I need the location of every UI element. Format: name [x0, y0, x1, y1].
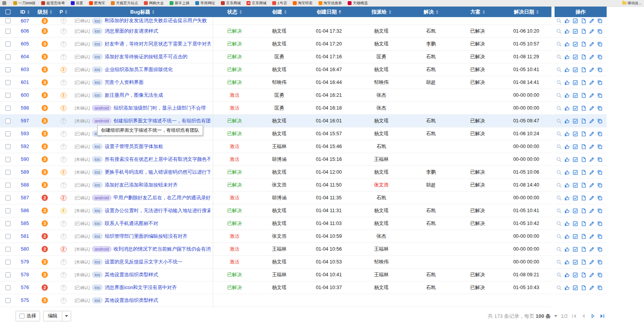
header-title[interactable]: Bug标题: [72, 7, 213, 17]
confirm-icon[interactable]: [564, 144, 570, 150]
edit-button[interactable]: 编辑: [43, 311, 71, 321]
search-icon[interactable]: [556, 259, 562, 265]
resolve-icon[interactable]: [572, 221, 578, 227]
bug-id-link[interactable]: 598: [21, 105, 29, 111]
bug-id-link[interactable]: 607: [21, 18, 29, 24]
bookmark-item[interactable]: 京东商城: [221, 1, 241, 6]
bug-title-link[interactable]: 所有搜索没有在状态栏上居中还有取消文字颜色不对: [105, 156, 210, 163]
edit-icon[interactable]: [589, 208, 595, 214]
confirm-icon[interactable]: [564, 221, 570, 227]
bug-id-link[interactable]: 606: [21, 28, 29, 34]
bug-title-link[interactable]: 添加好友已添加和添加按钮未对齐: [105, 182, 178, 188]
edit-icon[interactable]: [589, 67, 595, 73]
confirm-icon[interactable]: [564, 18, 570, 24]
close-icon[interactable]: [581, 182, 586, 188]
search-icon[interactable]: [556, 92, 562, 98]
header-priority[interactable]: P: [55, 7, 72, 17]
bug-id-link[interactable]: 581: [21, 234, 29, 239]
bookmark-item[interactable]: JD 京东商城: [247, 1, 266, 6]
bug-title-link[interactable]: 企业组织添加员工界面排版优化: [105, 66, 173, 73]
copy-icon[interactable]: [597, 144, 603, 150]
close-icon[interactable]: [581, 18, 586, 24]
search-icon[interactable]: [556, 67, 562, 73]
close-icon[interactable]: [581, 169, 586, 175]
close-icon[interactable]: [581, 54, 586, 60]
edit-icon[interactable]: [589, 80, 595, 85]
copy-icon[interactable]: [597, 92, 603, 98]
search-icon[interactable]: [556, 221, 562, 227]
confirm-icon[interactable]: [564, 157, 570, 162]
copy-icon[interactable]: [597, 221, 603, 227]
bug-title-link[interactable]: 设置子管理员页面字体加粗: [105, 143, 163, 150]
bookmark-item[interactable]: 新手上路: [170, 1, 189, 6]
close-icon[interactable]: [581, 208, 586, 214]
copy-icon[interactable]: [597, 18, 603, 24]
resolve-icon[interactable]: [572, 105, 578, 111]
copy-icon[interactable]: [597, 246, 603, 252]
resolve-icon[interactable]: [572, 169, 578, 175]
bug-id-link[interactable]: 587: [21, 195, 29, 200]
copy-icon[interactable]: [597, 169, 603, 175]
select-checkbox[interactable]: [19, 314, 24, 319]
close-icon[interactable]: [581, 67, 586, 73]
edit-icon[interactable]: [589, 105, 595, 111]
copy-icon[interactable]: [597, 259, 603, 265]
bookmark-item[interactable]: 1号店: [272, 1, 287, 6]
bug-title-link[interactable]: 甲用户删除好友乙后在，在乙用户的通讯录好友列表仍存在: [114, 195, 210, 201]
header-resolver[interactable]: 解决: [408, 7, 454, 17]
resolve-icon[interactable]: [572, 144, 578, 150]
edit-icon[interactable]: [589, 144, 595, 150]
resolve-icon[interactable]: [572, 80, 578, 85]
edit-icon[interactable]: [589, 272, 595, 278]
edit-icon[interactable]: [589, 169, 595, 175]
row-checkbox[interactable]: [5, 42, 10, 47]
bug-id-link[interactable]: 589: [21, 169, 29, 175]
header-status[interactable]: 状态: [213, 7, 256, 17]
bug-title-link[interactable]: 更换手机号码流程，输入错误密码仍然可以进行下一步: [105, 169, 210, 176]
bug-title-link[interactable]: 组织添加顶级部门时，显示上级部门不合理: [114, 105, 206, 112]
bug-title-link[interactable]: 联系人手机通讯图标不对: [105, 220, 158, 227]
copy-icon[interactable]: [597, 208, 603, 214]
bug-id-link[interactable]: 600: [21, 92, 29, 98]
search-icon[interactable]: [556, 144, 562, 150]
bookmark-item[interactable]: 常用网址: [195, 1, 215, 6]
close-icon[interactable]: [581, 41, 586, 47]
confirm-icon[interactable]: [564, 80, 570, 85]
prev-page-button[interactable]: [581, 313, 586, 319]
close-icon[interactable]: [581, 28, 586, 34]
close-icon[interactable]: [581, 234, 586, 239]
bookmark-item[interactable]: 淘宝特卖: [293, 1, 313, 6]
resolve-icon[interactable]: [572, 195, 578, 201]
bug-id-link[interactable]: 575: [21, 298, 29, 303]
edit-icon[interactable]: [589, 28, 595, 34]
first-page-button[interactable]: [571, 313, 577, 319]
confirm-icon[interactable]: [564, 118, 570, 124]
row-checkbox[interactable]: [5, 234, 10, 239]
bug-title-link[interactable]: 添加好友等待验证的按钮是不可点击的: [105, 54, 187, 60]
resolve-icon[interactable]: [572, 208, 578, 214]
bug-title-link[interactable]: 消息里面的好友请求样式: [105, 28, 158, 35]
resolve-icon[interactable]: [572, 41, 578, 47]
bug-title-link[interactable]: 刚添加的好友发送消息失败后还会提示用户失败: [105, 17, 207, 24]
search-icon[interactable]: [556, 208, 562, 214]
confirm-icon[interactable]: [564, 234, 570, 239]
edit-dropdown-caret[interactable]: [62, 311, 71, 321]
bookmark-item[interactable]: 爱淘宝: [89, 1, 105, 6]
row-checkbox[interactable]: [5, 247, 10, 252]
per-page-caret[interactable]: [554, 315, 557, 317]
bug-id-link[interactable]: 603: [21, 67, 29, 72]
row-checkbox[interactable]: [5, 195, 10, 200]
copy-icon[interactable]: [597, 118, 603, 124]
bookmark-item[interactable]: 超变态传奇: [41, 1, 65, 6]
confirm-icon[interactable]: [564, 131, 570, 137]
search-icon[interactable]: [556, 80, 562, 85]
resolve-icon[interactable]: [572, 67, 578, 73]
row-checkbox[interactable]: [5, 18, 10, 23]
row-checkbox[interactable]: [5, 285, 10, 290]
copy-icon[interactable]: [597, 157, 603, 162]
confirm-icon[interactable]: [564, 246, 570, 252]
bookmark-item[interactable]: 百度: [71, 1, 83, 6]
bookmark-overflow-folder[interactable]: 移动设...: [622, 1, 642, 6]
edit-icon[interactable]: [589, 92, 595, 98]
resolve-icon[interactable]: [572, 246, 578, 252]
